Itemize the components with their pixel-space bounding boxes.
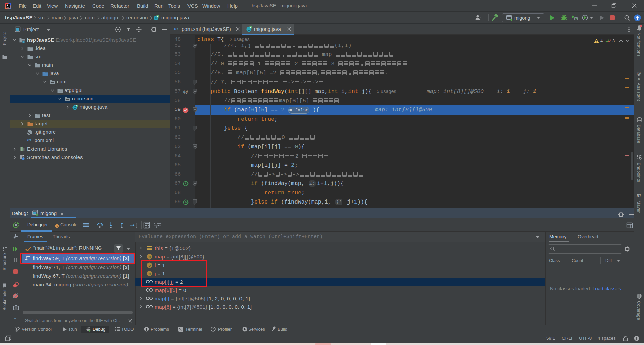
svg-text:C: C — [73, 106, 76, 109]
svg-text:p: p — [148, 255, 151, 259]
